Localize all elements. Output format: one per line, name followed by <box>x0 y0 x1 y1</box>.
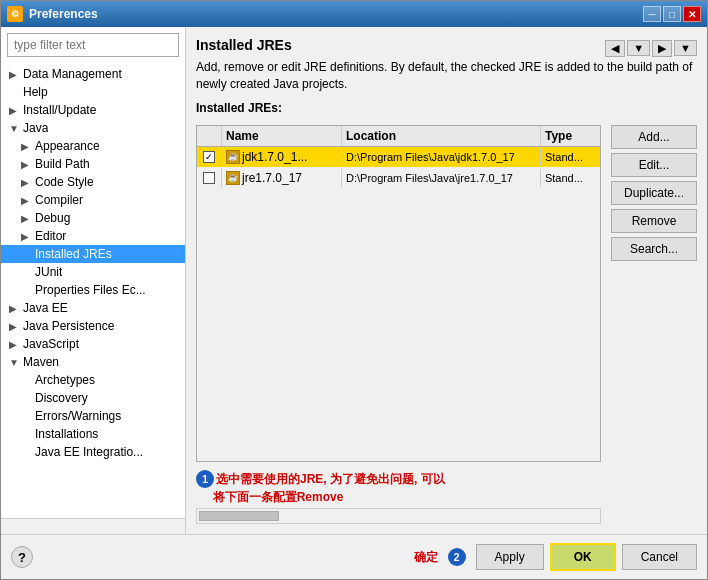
add-button[interactable]: Add... <box>611 125 697 149</box>
jre-table: Name Location Type ✓ ☕ jdk1.7.0_1... D:\… <box>196 125 601 462</box>
arrow-icon: ▶ <box>21 177 33 188</box>
checkbox-icon[interactable]: ✓ <box>203 151 215 163</box>
sidebar-item-label: Help <box>23 85 48 99</box>
duplicate-button[interactable]: Duplicate... <box>611 181 697 205</box>
row-name: ☕ jdk1.7.0_1... <box>221 147 341 167</box>
sidebar-item-label: Code Style <box>35 175 94 189</box>
table-row[interactable]: ✓ ☕ jdk1.7.0_1... D:\Program Files\Java\… <box>197 147 600 168</box>
sidebar-item-java-ee-integration[interactable]: Java EE Integratio... <box>1 443 185 461</box>
sidebar-item-label: Install/Update <box>23 103 96 117</box>
arrow-icon: ▼ <box>9 357 21 368</box>
sidebar-item-label: Installations <box>35 427 98 441</box>
edit-button[interactable]: Edit... <box>611 153 697 177</box>
sidebar-item-compiler[interactable]: ▶Compiler <box>1 191 185 209</box>
sidebar-item-editor[interactable]: ▶Editor <box>1 227 185 245</box>
back-button[interactable]: ◀ <box>605 40 625 57</box>
bottom-bar: ? 确定 2 Apply OK Cancel <box>1 534 707 579</box>
preferences-window: ⚙ Preferences ─ □ ✕ ▶Data ManagementHelp… <box>0 0 708 580</box>
maximize-button[interactable]: □ <box>663 6 681 22</box>
sidebar-item-debug[interactable]: ▶Debug <box>1 209 185 227</box>
sidebar-item-label: Discovery <box>35 391 88 405</box>
sidebar-item-help[interactable]: Help <box>1 83 185 101</box>
sidebar-item-errors-warnings[interactable]: Errors/Warnings <box>1 407 185 425</box>
main-content: ▶Data ManagementHelp▶Install/Update▼Java… <box>1 27 707 534</box>
installed-label: Installed JREs: <box>196 101 697 115</box>
checkbox-icon[interactable] <box>203 172 215 184</box>
sidebar-item-properties-files[interactable]: Properties Files Ec... <box>1 281 185 299</box>
sidebar-item-label: Archetypes <box>35 373 95 387</box>
search-input[interactable] <box>7 33 179 57</box>
window-controls: ─ □ ✕ <box>643 6 701 22</box>
sidebar-item-label: Build Path <box>35 157 90 171</box>
row-checkbox[interactable] <box>197 170 221 186</box>
sidebar-item-label: Installed JREs <box>35 247 112 261</box>
row-name-text: jre1.7.0_17 <box>242 171 302 185</box>
table-row[interactable]: ☕ jre1.7.0_17 D:\Program Files\Java\jre1… <box>197 168 600 189</box>
search-button[interactable]: Search... <box>611 237 697 261</box>
row-name-text: jdk1.7.0_1... <box>242 150 307 164</box>
sidebar-item-discovery[interactable]: Discovery <box>1 389 185 407</box>
dropdown-button[interactable]: ▼ <box>627 40 650 56</box>
sidebar-item-label: JUnit <box>35 265 62 279</box>
arrow-icon: ▶ <box>21 213 33 224</box>
sidebar-item-install-update[interactable]: ▶Install/Update <box>1 101 185 119</box>
horizontal-scrollbar[interactable] <box>196 508 601 524</box>
forward-dropdown-button[interactable]: ▼ <box>674 40 697 56</box>
sidebar-item-java-persistence[interactable]: ▶Java Persistence <box>1 317 185 335</box>
sidebar-item-label: JavaScript <box>23 337 79 351</box>
arrow-icon: ▶ <box>21 159 33 170</box>
sidebar-item-label: Editor <box>35 229 66 243</box>
annotation-badge: 1 <box>196 470 214 488</box>
sidebar-item-junit[interactable]: JUnit <box>1 263 185 281</box>
arrow-icon: ▶ <box>21 231 33 242</box>
nav-arrows: ◀ ▼ ▶ ▼ <box>605 40 697 57</box>
ok-button[interactable]: OK <box>550 543 616 571</box>
sidebar-item-label: Java EE Integratio... <box>35 445 143 459</box>
sidebar-item-label: Java Persistence <box>23 319 114 333</box>
arrow-icon: ▶ <box>9 105 21 116</box>
titlebar: ⚙ Preferences ─ □ ✕ <box>1 1 707 27</box>
panel-description: Add, remove or edit JRE definitions. By … <box>196 59 697 93</box>
sidebar-item-javascript[interactable]: ▶JavaScript <box>1 335 185 353</box>
close-button[interactable]: ✕ <box>683 6 701 22</box>
sidebar-item-label: Compiler <box>35 193 83 207</box>
sidebar-item-label: Properties Files Ec... <box>35 283 146 297</box>
sidebar-scrollbar[interactable] <box>1 518 185 534</box>
row-type: Stand... <box>540 169 600 187</box>
panel-header: Installed JREs ◀ ▼ ▶ ▼ Add, remove or ed… <box>196 37 697 119</box>
sidebar-item-build-path[interactable]: ▶Build Path <box>1 155 185 173</box>
row-checkbox[interactable]: ✓ <box>197 149 221 165</box>
header-type: Type <box>540 126 600 146</box>
sidebar-item-label: Appearance <box>35 139 100 153</box>
panel-title: Installed JREs <box>196 37 292 53</box>
apply-button[interactable]: Apply <box>476 544 544 570</box>
sidebar-item-installations[interactable]: Installations <box>1 425 185 443</box>
row-name: ☕ jre1.7.0_17 <box>221 168 341 188</box>
table-section: Name Location Type ✓ ☕ jdk1.7.0_1... D:\… <box>196 125 601 524</box>
sidebar-item-java-ee[interactable]: ▶Java EE <box>1 299 185 317</box>
sidebar-item-label: Errors/Warnings <box>35 409 121 423</box>
sidebar-item-label: Data Management <box>23 67 122 81</box>
sidebar-item-label: Debug <box>35 211 70 225</box>
help-button[interactable]: ? <box>11 546 33 568</box>
forward-button[interactable]: ▶ <box>652 40 672 57</box>
sidebar-item-java[interactable]: ▼Java <box>1 119 185 137</box>
ok-badge: 2 <box>448 548 466 566</box>
sidebar-item-data-management[interactable]: ▶Data Management <box>1 65 185 83</box>
sidebar-item-appearance[interactable]: ▶Appearance <box>1 137 185 155</box>
sidebar-item-code-style[interactable]: ▶Code Style <box>1 173 185 191</box>
sidebar-item-label: Maven <box>23 355 59 369</box>
arrow-icon: ▶ <box>21 195 33 206</box>
row-location: D:\Program Files\Java\jre1.7.0_17 <box>341 169 540 187</box>
sidebar-item-maven[interactable]: ▼Maven <box>1 353 185 371</box>
scrollbar-thumb[interactable] <box>199 511 279 521</box>
arrow-icon: ▼ <box>9 123 21 134</box>
sidebar-item-label: Java EE <box>23 301 68 315</box>
sidebar-item-archetypes[interactable]: Archetypes <box>1 371 185 389</box>
minimize-button[interactable]: ─ <box>643 6 661 22</box>
remove-button[interactable]: Remove <box>611 209 697 233</box>
sidebar: ▶Data ManagementHelp▶Install/Update▼Java… <box>1 27 186 534</box>
row-location: D:\Program Files\Java\jdk1.7.0_17 <box>341 148 540 166</box>
sidebar-item-installed-jres[interactable]: Installed JREs <box>1 245 185 263</box>
cancel-button[interactable]: Cancel <box>622 544 697 570</box>
